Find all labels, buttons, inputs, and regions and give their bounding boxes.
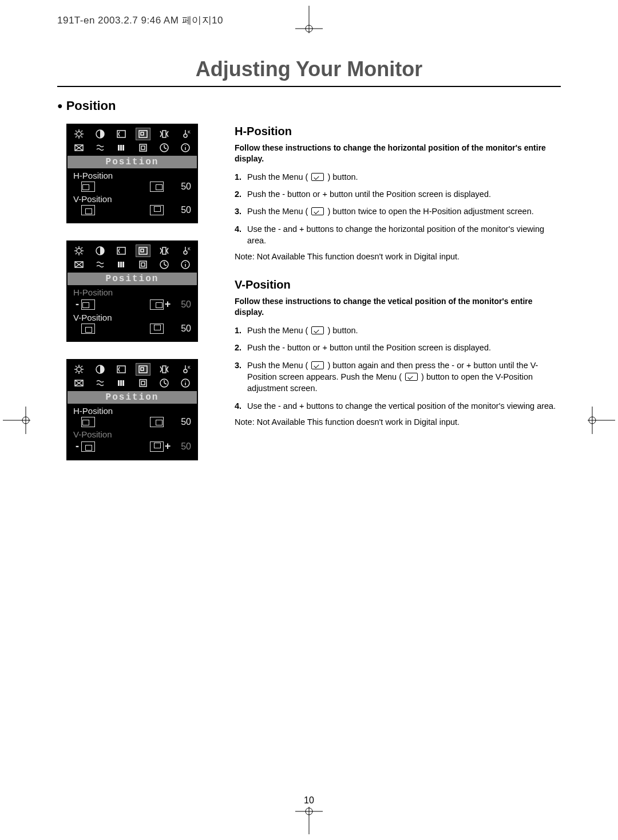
svg-line-20 bbox=[81, 131, 82, 132]
osd-menu-icon: K bbox=[179, 128, 192, 140]
svg-line-77 bbox=[76, 366, 77, 367]
osd-row-values: -+50 bbox=[73, 297, 191, 313]
svg-rect-24 bbox=[141, 132, 144, 135]
step-item: Push the - button or + button until the … bbox=[235, 342, 561, 353]
osd-pos-icon bbox=[81, 417, 95, 427]
osd-row-label: V-Position bbox=[73, 194, 191, 204]
osd-menu-icon bbox=[157, 128, 171, 140]
osd-pos-icon bbox=[81, 299, 95, 310]
svg-rect-62 bbox=[120, 262, 122, 267]
svg-rect-35 bbox=[141, 146, 145, 149]
osd-menu-icon bbox=[72, 377, 86, 389]
step-item: Push the Menu ( ) button. bbox=[235, 325, 561, 336]
svg-rect-34 bbox=[140, 144, 146, 151]
osd-menu-icon bbox=[136, 259, 150, 270]
step-item: Push the Menu ( ) button twice to open t… bbox=[235, 206, 561, 217]
osd-row-label: V-Position bbox=[73, 313, 191, 322]
svg-point-72 bbox=[77, 367, 81, 372]
print-header: 191T-en 2003.2.7 9:46 AM 페이지10 bbox=[57, 14, 223, 27]
osd-panel: KPositionH-Position-+50V-Position50 bbox=[66, 240, 198, 342]
h-position-heading: H-Position bbox=[235, 125, 561, 138]
svg-rect-94 bbox=[140, 380, 146, 387]
svg-line-78 bbox=[81, 372, 82, 373]
v-position-steps: Push the Menu ( ) button.Push the - butt… bbox=[235, 325, 561, 412]
svg-rect-65 bbox=[141, 263, 145, 266]
osd-menu-icon bbox=[72, 364, 86, 375]
menu-button-icon bbox=[405, 373, 418, 381]
svg-line-80 bbox=[81, 366, 82, 367]
osd-row-values: 50 bbox=[73, 416, 191, 429]
osd-menu-icon bbox=[114, 245, 128, 257]
svg-rect-33 bbox=[122, 145, 124, 151]
svg-rect-23 bbox=[139, 131, 147, 137]
osd-pos-icon bbox=[81, 205, 95, 215]
svg-line-68 bbox=[164, 265, 167, 266]
osd-pos-icon bbox=[81, 324, 95, 334]
osd-title: Position bbox=[68, 273, 197, 285]
svg-rect-32 bbox=[120, 145, 122, 151]
h-position-steps: Push the Menu ( ) button.Push the - butt… bbox=[235, 171, 561, 246]
svg-line-79 bbox=[76, 372, 77, 373]
v-position-heading: V-Position bbox=[235, 278, 561, 291]
osd-menu-icon bbox=[179, 142, 192, 153]
crop-mark-bottom bbox=[295, 807, 323, 834]
svg-rect-95 bbox=[141, 381, 145, 385]
osd-menu-icon bbox=[114, 128, 128, 140]
svg-rect-84 bbox=[141, 368, 144, 370]
osd-title: Position bbox=[68, 156, 197, 168]
osd-menu-icon bbox=[114, 377, 128, 389]
osd-row-values: 50 bbox=[73, 180, 191, 194]
svg-rect-63 bbox=[122, 262, 124, 267]
h-position-note: Note: Not Available This function doesn'… bbox=[235, 252, 561, 261]
osd-pos-icon bbox=[150, 441, 164, 452]
osd-menu-icon bbox=[93, 364, 107, 375]
osd-pos-icon bbox=[150, 182, 164, 192]
osd-menu-icon bbox=[93, 245, 107, 257]
svg-point-42 bbox=[77, 249, 81, 253]
osd-menu-icon bbox=[93, 377, 107, 389]
menu-button-icon bbox=[311, 361, 324, 369]
svg-text:K: K bbox=[188, 246, 191, 251]
osd-menu-icon bbox=[179, 377, 192, 389]
step-item: Use the - and + buttons to change the ve… bbox=[235, 400, 561, 412]
osd-menu-icon bbox=[136, 377, 150, 389]
svg-line-38 bbox=[164, 148, 167, 149]
svg-line-18 bbox=[81, 136, 82, 137]
crop-mark-right bbox=[588, 407, 615, 434]
osd-pos-icon bbox=[81, 441, 95, 452]
osd-menu-icon bbox=[72, 128, 86, 140]
svg-rect-83 bbox=[139, 366, 147, 373]
osd-panel: KPositionH-Position50V-Position50 bbox=[66, 124, 198, 223]
svg-rect-91 bbox=[118, 380, 120, 386]
menu-button-icon bbox=[311, 173, 324, 181]
svg-text:K: K bbox=[188, 129, 191, 135]
svg-line-17 bbox=[76, 131, 77, 132]
osd-menu-icon bbox=[72, 259, 86, 270]
osd-menu-icon bbox=[157, 245, 171, 257]
step-item: Use the - and + buttons to change the ho… bbox=[235, 223, 561, 247]
svg-rect-53 bbox=[139, 247, 147, 254]
h-position-intro: Follow these instructions to change the … bbox=[235, 143, 561, 164]
svg-rect-92 bbox=[120, 380, 122, 386]
svg-rect-55 bbox=[163, 247, 166, 254]
osd-menu-icon bbox=[114, 259, 128, 270]
osd-title: Position bbox=[68, 391, 197, 404]
osd-panel: KPositionH-Position50V-Position-+50 bbox=[66, 359, 198, 460]
step-item: Push the - button or + button until the … bbox=[235, 188, 561, 200]
svg-rect-25 bbox=[163, 131, 166, 137]
osd-menu-icon bbox=[114, 364, 128, 375]
osd-menu-icon bbox=[136, 128, 150, 140]
crop-mark-left bbox=[3, 407, 30, 434]
page-title: Adjusting Your Monitor bbox=[57, 57, 561, 87]
svg-line-50 bbox=[81, 247, 82, 249]
osd-menu-icon bbox=[136, 364, 150, 375]
osd-menu-icon bbox=[114, 142, 128, 153]
v-position-note: Note: Not Available This function doesn'… bbox=[235, 417, 561, 427]
osd-pos-icon bbox=[150, 417, 164, 427]
osd-menu-icon bbox=[93, 128, 107, 140]
svg-point-12 bbox=[77, 132, 81, 136]
v-position-intro: Follow these instructions to change the … bbox=[235, 296, 561, 318]
osd-menu-icon bbox=[72, 142, 86, 153]
menu-button-icon bbox=[311, 207, 324, 215]
osd-row-values: 50 bbox=[73, 204, 191, 218]
